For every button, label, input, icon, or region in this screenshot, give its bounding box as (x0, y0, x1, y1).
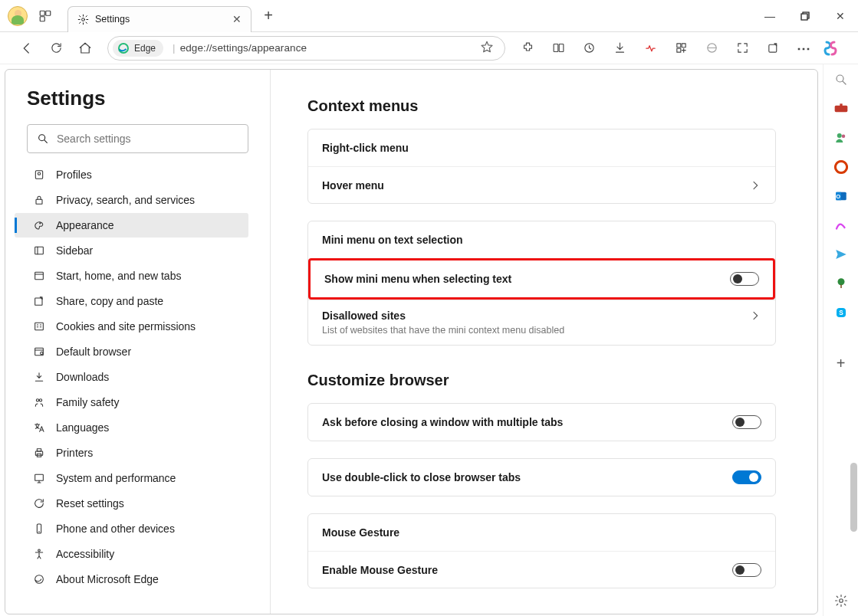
svg-rect-6 (554, 44, 558, 52)
ie-mode-icon[interactable] (699, 35, 725, 61)
downloads-icon[interactable] (607, 35, 633, 61)
download-icon (33, 371, 45, 383)
refresh-button[interactable] (43, 35, 69, 61)
sidebar-item-label: Default browser (56, 346, 131, 358)
sidebar-item-phone[interactable]: Phone and other devices (15, 516, 248, 541)
rail-office-icon[interactable] (830, 156, 852, 178)
new-tab-button[interactable]: + (256, 4, 281, 28)
mini-menu-card: Mini menu on text selection Show mini me… (307, 221, 776, 346)
sidebar-item-a11y[interactable]: Accessibility (15, 542, 248, 566)
dbl-click-toggle[interactable] (732, 470, 761, 484)
rail-scrollbar-thumb[interactable] (850, 463, 857, 532)
svg-rect-21 (35, 298, 42, 305)
sidebar-item-system[interactable]: System and performance (15, 466, 248, 490)
apps-icon[interactable] (668, 35, 694, 61)
sidebar-item-family[interactable]: Family safety (15, 390, 248, 414)
screenshot-icon[interactable] (729, 35, 755, 61)
settings-search-input[interactable] (57, 133, 238, 145)
ask-close-toggle[interactable] (732, 415, 761, 429)
sidebar-item-reset[interactable]: Reset settings (15, 491, 248, 516)
sidebar-item-lang[interactable]: Languages (15, 415, 248, 440)
rail-search-icon[interactable] (830, 69, 852, 90)
settings-nav: ProfilesPrivacy, search, and servicesApp… (15, 162, 248, 591)
svg-point-42 (837, 278, 844, 285)
enable-gesture-toggle[interactable] (732, 563, 761, 577)
gear-icon (77, 14, 89, 25)
rail-add-button[interactable]: + (830, 352, 852, 374)
svg-rect-4 (801, 14, 807, 20)
family-icon (33, 396, 45, 408)
home-button[interactable] (72, 35, 98, 61)
rail-tree-icon[interactable] (830, 273, 852, 294)
favorite-star-icon[interactable] (480, 40, 497, 57)
svg-point-25 (36, 399, 38, 401)
window-restore-button[interactable] (787, 0, 823, 32)
show-mini-menu-toggle[interactable] (730, 272, 759, 286)
dbl-click-row: Use double-click to close browser tabs (308, 459, 775, 496)
tab-close-button[interactable]: ✕ (229, 11, 245, 27)
rail-settings-icon[interactable] (830, 590, 852, 611)
sidebar-item-label: Accessibility (56, 548, 114, 560)
sidebar-item-profile[interactable]: Profiles (15, 162, 248, 187)
sidebar-item-printer[interactable]: Printers (15, 441, 248, 465)
svg-rect-36 (840, 103, 842, 106)
sidebar-item-edge[interactable]: About Microsoft Edge (15, 567, 248, 591)
window-close-button[interactable]: ✕ (823, 0, 858, 32)
sidebar-item-download[interactable]: Downloads (15, 365, 248, 389)
sidebar-item-sidebar[interactable]: Sidebar (15, 238, 248, 263)
disallowed-sites-row[interactable]: Disallowed sites List of websites that h… (308, 300, 775, 345)
site-identity-chip[interactable]: Edge (113, 40, 163, 57)
a11y-icon (33, 548, 45, 560)
sidebar-icon (33, 244, 45, 257)
sidebar-item-start[interactable]: Start, home, and new tabs (15, 264, 248, 288)
rail-people-icon[interactable] (830, 127, 852, 149)
hover-menu-row[interactable]: Hover menu (308, 166, 775, 203)
extensions-icon[interactable] (514, 35, 541, 61)
ask-close-card: Ask before closing a window with multipl… (307, 403, 776, 441)
svg-rect-2 (40, 16, 44, 21)
rail-outlook-icon[interactable]: O (830, 185, 852, 207)
profile-avatar[interactable] (8, 6, 28, 26)
health-icon[interactable] (637, 35, 663, 61)
rail-designer-icon[interactable] (830, 215, 852, 236)
rail-send-icon[interactable] (830, 244, 852, 265)
lock-icon (33, 194, 45, 206)
disallowed-sites-desc: List of websites that have the mini cont… (322, 325, 564, 336)
edge-icon (33, 573, 45, 585)
chevron-right-icon (749, 179, 761, 192)
appearance-icon (33, 219, 45, 231)
sidebar-item-label: Cookies and site permissions (56, 320, 196, 333)
window-minimize-button[interactable]: — (752, 0, 787, 32)
svg-point-24 (41, 352, 43, 354)
right-click-menu-row[interactable]: Right-click menu (308, 129, 775, 166)
show-mini-menu-row: Show mini menu when selecting text (311, 260, 773, 297)
copilot-icon[interactable] (821, 39, 847, 57)
svg-point-5 (119, 44, 128, 53)
system-icon (33, 472, 45, 484)
rail-skype-icon[interactable]: S (830, 302, 852, 323)
sidebar-item-label: Appearance (56, 219, 114, 231)
settings-search[interactable] (27, 124, 248, 153)
svg-rect-22 (35, 323, 44, 329)
sidebar-item-appearance[interactable]: Appearance (15, 213, 248, 238)
svg-point-46 (839, 599, 843, 603)
back-button[interactable] (14, 35, 40, 61)
svg-text:O: O (836, 193, 840, 200)
sidebar-item-cookies[interactable]: Cookies and site permissions (15, 314, 248, 339)
mouse-gesture-header-row: Mouse Gesture (308, 514, 775, 551)
split-screen-icon[interactable] (545, 35, 571, 61)
history-icon[interactable] (576, 35, 602, 61)
share-icon[interactable] (760, 35, 786, 61)
sidebar-item-lock[interactable]: Privacy, search, and services (15, 188, 248, 212)
sidebar-item-label: Phone and other devices (56, 523, 175, 535)
rail-tools-icon[interactable] (830, 98, 852, 120)
browser-tab[interactable]: Settings ✕ (67, 6, 251, 32)
address-bar[interactable]: Edge |edge://settings/appearance (107, 36, 505, 61)
sidebar-item-share[interactable]: Share, copy and paste (15, 289, 248, 313)
svg-point-38 (841, 135, 845, 139)
tab-title: Settings (95, 14, 223, 25)
svg-rect-27 (35, 451, 42, 455)
more-menu-button[interactable]: ⋯ (791, 35, 817, 61)
workspaces-icon[interactable] (34, 5, 57, 28)
sidebar-item-browser[interactable]: Default browser (15, 339, 248, 364)
